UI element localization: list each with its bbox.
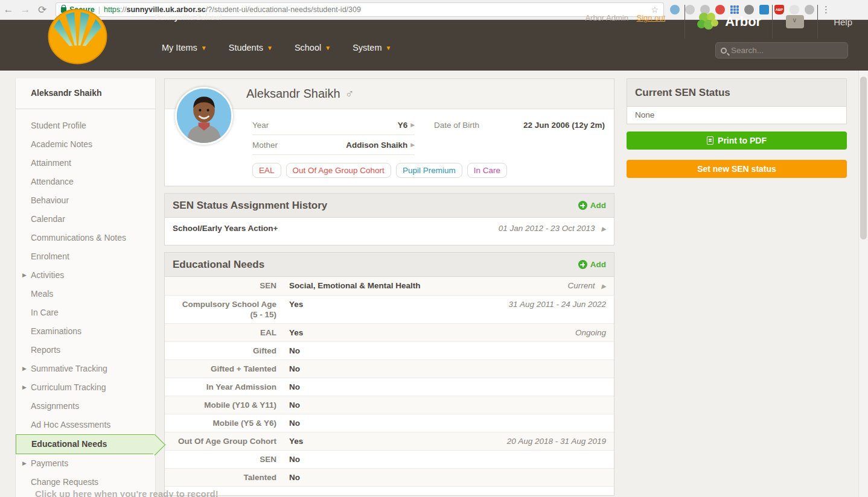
- educational-need-row[interactable]: Gifted + Talented No: [165, 360, 614, 378]
- reload-icon: [38, 4, 46, 16]
- student-avatar[interactable]: [175, 87, 233, 145]
- expand-caret-icon: [22, 378, 27, 397]
- help-link[interactable]: Help: [818, 5, 868, 39]
- sidebar-item[interactable]: Reports: [16, 341, 155, 359]
- sidebar-item[interactable]: Meals: [16, 285, 155, 303]
- educational-need-row[interactable]: SEN No: [165, 451, 614, 469]
- educational-need-row[interactable]: Talented No: [165, 469, 614, 487]
- student-tag[interactable]: Pupil Premium: [396, 163, 462, 178]
- student-tags: EALOut Of Age Group CohortPupil PremiumI…: [252, 163, 605, 178]
- educational-needs-rows: SEN Social, Emotional & Mental Health Cu…: [165, 277, 614, 495]
- admin-box: Arbor Admin Sign out: [585, 5, 665, 22]
- need-label: Gifted + Talented: [173, 364, 276, 374]
- sidebar-item[interactable]: Academic Notes: [16, 135, 155, 154]
- page-content: Aleksandr Shaikh Student Profile Academi…: [0, 71, 868, 497]
- scrollbar-thumb[interactable]: [860, 77, 867, 239]
- page-scrollbar[interactable]: [858, 71, 868, 497]
- plus-icon: [578, 260, 587, 269]
- student-tag[interactable]: In Care: [467, 163, 507, 178]
- sen-history-panel: SEN Status Assignment History Add School…: [164, 193, 614, 245]
- student-tag[interactable]: EAL: [252, 163, 281, 178]
- sidebar-item[interactable]: Enrolment: [16, 247, 155, 266]
- need-status: 20 Aug 2018 - 31 Aug 2019: [507, 436, 606, 446]
- nav-item[interactable]: School: [295, 43, 331, 52]
- address-bar[interactable]: Secure | https://sunnyville.uk.arbor.sc/…: [56, 2, 664, 17]
- nav-item[interactable]: System: [353, 43, 391, 52]
- global-search[interactable]: [715, 42, 848, 59]
- nav-item[interactable]: My Items: [162, 43, 207, 52]
- educational-need-row[interactable]: Mobile (Y5 & Y6) No: [165, 414, 614, 432]
- educational-need-row[interactable]: Mobile (Y10 & Y11) No: [165, 396, 614, 414]
- profile-fields-left: Year Y6 Mother Addison Shaikh: [252, 115, 415, 155]
- profile-field-row[interactable]: Year Y6: [252, 115, 415, 135]
- need-status: Current: [568, 280, 606, 291]
- sidebar-item[interactable]: Activities: [16, 266, 155, 285]
- sidebar-item[interactable]: Change Requests: [16, 473, 155, 492]
- need-value: No: [289, 346, 593, 356]
- educational-need-row[interactable]: SEN Social, Emotional & Mental Health Cu…: [165, 277, 614, 296]
- set-new-sen-status-button[interactable]: Set new SEN status: [627, 160, 847, 178]
- sidebar-item[interactable]: Payments: [16, 454, 155, 473]
- student-profile-card: Aleksandr Shaikh ♂ Year Y6: [164, 78, 614, 186]
- sidebar-item[interactable]: Assignments: [16, 397, 155, 416]
- sidebar-item[interactable]: Calendar: [16, 210, 155, 229]
- main-column: Aleksandr Shaikh ♂ Year Y6: [164, 78, 614, 497]
- sidebar-item[interactable]: Attendance: [16, 173, 155, 191]
- sidebar-student-name: Aleksandr Shaikh: [16, 78, 155, 109]
- sidebar-item-label: Ad Hoc Assessments: [31, 420, 110, 429]
- school-logo[interactable]: [48, 9, 107, 65]
- expand-caret-icon: [22, 454, 27, 473]
- sidebar-menu: Student Profile Academic Notes Attainmen…: [16, 109, 155, 492]
- sidebar-item[interactable]: Attainment: [16, 154, 155, 173]
- educational-need-row[interactable]: In Year Admission No: [165, 378, 614, 396]
- educational-need-row[interactable]: Out Of Age Group Cohort Yes 20 Aug 2018 …: [165, 432, 614, 451]
- arbor-brand-name: Arbor: [725, 14, 761, 30]
- sen-history-row[interactable]: School/Early Years Action+ 01 Jan 2012 -…: [165, 218, 614, 245]
- educational-needs-add-button[interactable]: Add: [578, 260, 606, 269]
- sidebar-item-label: Change Requests: [31, 477, 98, 487]
- chat-button[interactable]: [773, 5, 818, 39]
- sidebar-item[interactable]: In Care: [16, 303, 155, 322]
- chevron-right-icon: [601, 226, 606, 232]
- need-status: Ongoing: [575, 328, 606, 338]
- need-value: No: [289, 472, 593, 483]
- field-label: Mother: [252, 141, 278, 150]
- sen-history-add-button[interactable]: Add: [578, 201, 606, 210]
- need-value: No: [289, 418, 593, 428]
- search-input[interactable]: [731, 46, 843, 55]
- need-value: No: [289, 400, 593, 410]
- need-value: Yes: [289, 436, 494, 446]
- need-value: No: [289, 454, 593, 464]
- sidebar-item-label: Examinations: [31, 326, 81, 336]
- sidebar-item[interactable]: Examinations: [16, 322, 155, 341]
- student-name-title: Aleksandr Shaikh: [246, 87, 340, 101]
- nav-item[interactable]: Students: [229, 43, 273, 52]
- educational-need-row[interactable]: EAL Yes Ongoing: [165, 324, 614, 342]
- arbor-logo-icon: [696, 11, 720, 32]
- nav-item-label: My Items: [162, 43, 197, 52]
- student-tag[interactable]: Out Of Age Group Cohort: [286, 163, 391, 178]
- sidebar-item[interactable]: Behaviour: [16, 191, 155, 210]
- print-to-pdf-button[interactable]: Print to PDF: [627, 131, 847, 150]
- profile-field-row[interactable]: Mother Addison Shaikh: [252, 135, 415, 155]
- profile-field-row[interactable]: Date of Birth 22 Jun 2006 (12y 2m): [434, 115, 605, 135]
- sidebar-item[interactable]: Student Profile: [16, 116, 155, 135]
- browser-back-button[interactable]: [0, 4, 17, 16]
- arbor-brand[interactable]: Arbor: [685, 5, 773, 39]
- educational-need-row[interactable]: Compulsory School Age (5 - 15) Yes 31 Au…: [165, 296, 614, 324]
- sidebar-item[interactable]: Ad Hoc Assessments: [16, 416, 155, 434]
- sign-out-link[interactable]: Sign out: [637, 13, 666, 22]
- sidebar-item[interactable]: Curriculum Tracking: [16, 378, 155, 397]
- browser-forward-button[interactable]: [17, 4, 34, 16]
- chevron-right-icon: [601, 283, 606, 290]
- sidebar-item-label: Attendance: [31, 177, 74, 186]
- print-to-pdf-label: Print to PDF: [718, 136, 767, 145]
- need-label: SEN: [173, 280, 276, 291]
- sidebar-item[interactable]: Summative Tracking: [16, 359, 155, 378]
- educational-need-row[interactable]: Gifted No: [165, 342, 614, 360]
- right-column: Current SEN Status None Print to PDF Set…: [627, 78, 847, 178]
- sidebar-item[interactable]: Educational Needs: [16, 434, 155, 454]
- sidebar-item[interactable]: Communications & Notes: [16, 229, 155, 247]
- need-value: Social, Emotional & Mental Health: [289, 280, 555, 291]
- main-nav: My Items Students School System: [162, 43, 391, 52]
